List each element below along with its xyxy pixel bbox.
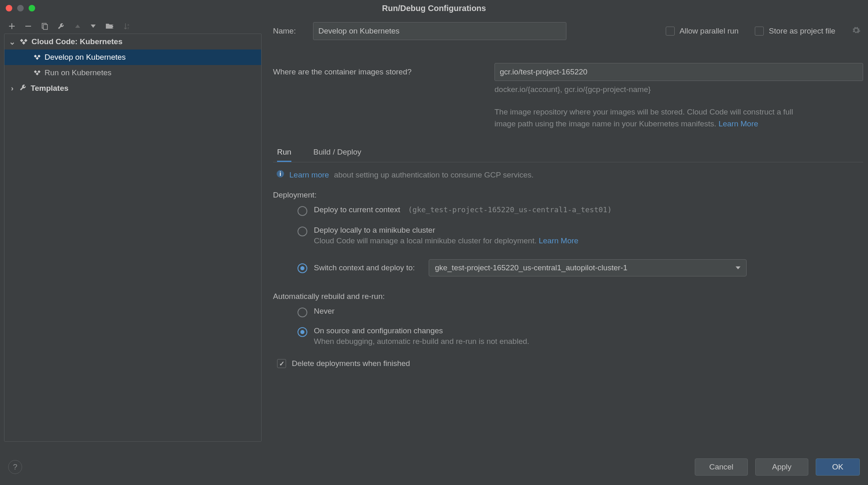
context-select-value: gke_test-project-165220_us-central1_auto… [435,263,627,272]
diamonds-icon [19,38,28,45]
rebuild-onchange-sub: When debugging, automatic re-build and r… [314,337,529,346]
deploy-local-option[interactable]: Deploy locally to a minikube cluster Clo… [273,226,863,245]
svg-text:a: a [128,23,129,26]
rebuild-heading: Automatically rebuild and re-run: [273,292,863,301]
content-panel: Name: Allow parallel run Store as projec… [262,16,868,449]
svg-rect-1 [43,25,47,29]
cancel-button[interactable]: Cancel [695,458,748,476]
learn-more-link[interactable]: Learn More [718,119,758,128]
checkbox-icon[interactable] [277,359,286,368]
copy-icon[interactable] [41,22,48,30]
chevron-down-icon: ⌄ [9,37,16,47]
tree-item-label: Run on Kubernetes [45,68,112,77]
tree-item-label: Develop on Kubernetes [45,53,126,62]
remove-icon[interactable] [25,22,32,30]
help-button[interactable]: ? [8,460,22,474]
images-row: Where are the container images stored? [273,63,863,81]
move-down-icon[interactable] [90,24,96,29]
deploy-current-label: Deploy to current context [314,205,400,214]
deploy-current-context: (gke_test-project-165220_us-central1-a_t… [408,205,612,214]
radio-icon[interactable] [298,308,307,317]
apply-button[interactable]: Apply [755,458,808,476]
allow-parallel-option[interactable]: Allow parallel run [666,27,739,36]
learn-more-link[interactable]: Learn More [539,236,578,245]
move-up-icon[interactable] [74,24,81,29]
deploy-local-sub-text: Cloud Code will manage a local minikube … [314,236,539,245]
rebuild-never-label: Never [314,307,335,316]
images-hint: docker.io/{account}, gcr.io/{gcp-project… [494,85,863,94]
store-project-label: Store as project file [769,27,835,36]
deploy-switch-label: Switch context and deploy to: [314,263,415,272]
deployment-heading: Deployment: [273,191,863,200]
svg-text:i: i [280,171,281,177]
context-select[interactable]: gke_test-project-165220_us-central1_auto… [429,259,747,276]
images-label: Where are the container images stored? [273,67,485,76]
delete-deployments-label: Delete deployments when finished [292,359,410,368]
tab-run[interactable]: Run [277,148,291,162]
svg-text:z: z [128,27,129,29]
main-area: az ⌄ Cloud Code: Kubernetes Develop on K… [0,16,868,449]
deploy-local-sub: Cloud Code will manage a local minikube … [314,236,578,245]
wrench-icon [19,83,27,94]
tree-item-run[interactable]: Run on Kubernetes [4,65,261,81]
learn-more-link[interactable]: Learn more [289,171,329,180]
rebuild-never-option[interactable]: Never [273,307,863,317]
name-row: Name: Allow parallel run Store as projec… [273,22,863,40]
images-input[interactable] [494,63,863,81]
add-icon[interactable] [8,22,16,30]
diamonds-icon [33,54,41,61]
deploy-switch-option[interactable]: Switch context and deploy to: gke_test-p… [273,259,863,276]
folder-icon[interactable] [105,22,114,30]
tree-category-label: Templates [31,84,69,93]
window-title: Run/Debug Configurations [0,4,868,13]
dialog-footer: ? Cancel Apply OK [0,449,868,485]
radio-icon[interactable] [298,263,307,273]
config-tree[interactable]: ⌄ Cloud Code: Kubernetes Develop on Kube… [4,34,262,442]
checkbox-icon[interactable] [755,27,764,36]
name-label: Name: [273,27,296,36]
tree-category-cloudcode[interactable]: ⌄ Cloud Code: Kubernetes [4,34,261,49]
radio-icon[interactable] [298,227,307,236]
titlebar: Run/Debug Configurations [0,0,868,16]
allow-parallel-label: Allow parallel run [680,27,739,36]
checkbox-icon[interactable] [666,27,675,36]
tree-item-develop[interactable]: Develop on Kubernetes [4,49,261,65]
radio-icon[interactable] [298,327,307,337]
delete-deployments-option[interactable]: Delete deployments when finished [273,359,863,368]
deploy-local-label: Deploy locally to a minikube cluster [314,226,578,235]
top-options: Allow parallel run Store as project file [666,26,863,37]
rebuild-onchange-label: On source and configuration changes [314,326,529,335]
tree-category-templates[interactable]: › Templates [4,81,261,96]
repo-description: The image repository where your images w… [494,106,801,130]
sidebar-toolbar: az [4,20,262,34]
radio-icon[interactable] [298,206,307,216]
tab-build-deploy[interactable]: Build / Deploy [313,148,361,162]
info-icon: i [276,170,284,180]
deploy-current-option[interactable]: Deploy to current context (gke_test-proj… [273,205,863,216]
ok-button[interactable]: OK [816,458,860,476]
sidebar: az ⌄ Cloud Code: Kubernetes Develop on K… [0,16,262,449]
chevron-right-icon: › [9,84,16,93]
name-input[interactable] [313,22,566,40]
rebuild-onchange-option[interactable]: On source and configuration changes When… [273,326,863,346]
store-project-option[interactable]: Store as project file [755,27,835,36]
gear-icon[interactable] [852,26,861,37]
wrench-icon[interactable] [57,22,65,30]
auth-info-text: about setting up authentication to consu… [334,171,534,180]
auth-info-row: i Learn more about setting up authentica… [273,170,863,180]
tabs: Run Build / Deploy [273,148,863,162]
diamonds-icon [33,70,41,76]
tree-category-label: Cloud Code: Kubernetes [31,37,123,46]
sort-icon[interactable]: az [123,22,131,30]
